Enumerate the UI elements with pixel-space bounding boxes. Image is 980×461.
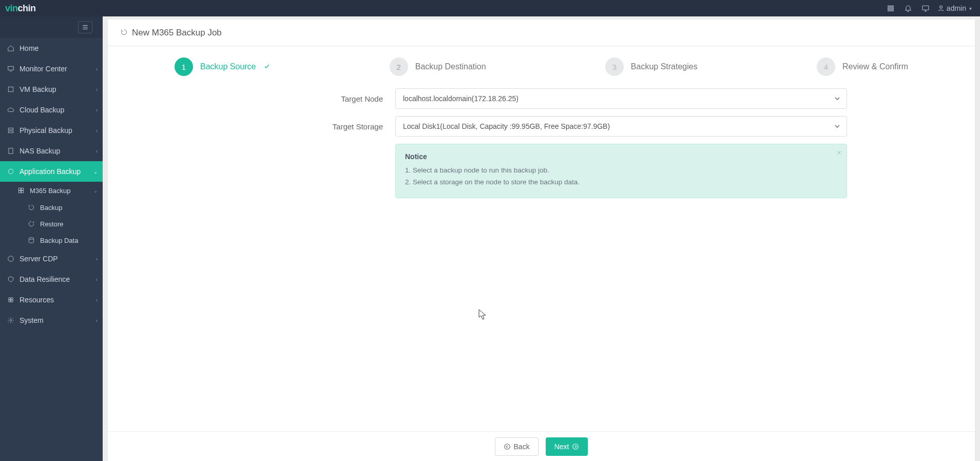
step-number: 2 [390,57,408,76]
sidebar-item-label: VM Backup [20,85,96,93]
resources-icon [5,296,16,303]
next-label: Next [554,443,569,451]
topbar: vinchin admin ▾ [0,0,980,16]
svg-rect-19 [9,300,11,302]
chevron-left-icon: ‹ [96,66,98,72]
wizard-footer: Back Next [108,431,975,461]
svg-rect-12 [22,188,24,190]
svg-point-21 [10,319,12,321]
svg-rect-20 [11,300,13,302]
cdp-icon [5,255,16,262]
sidebar-item-nas-backup[interactable]: NAS Backup ‹ [0,141,103,161]
top-user-menu[interactable]: admin ▾ [934,4,975,12]
chevron-left-icon: ‹ [96,148,98,154]
sidebar-item-label: Application Backup [20,167,93,176]
row-target-storage: Target Storage Local Disk1(Local Disk, C… [108,116,975,137]
label-target-node: Target Node [108,94,395,103]
sidebar-item-vm-backup[interactable]: VM Backup ‹ [0,79,103,100]
sidebar-item-data-resilience[interactable]: Data Resilience ‹ [0,269,103,290]
sidebar-item-monitor-center[interactable]: Monitor Center ‹ [0,59,103,79]
notice-line-1: 1. Select a backup node to run this back… [405,165,837,177]
m365-icon [15,187,27,194]
sidebar: Home Monitor Center ‹ VM Backup ‹ Cloud … [0,16,103,461]
sidebar-item-server-cdp[interactable]: Server CDP ‹ [0,248,103,269]
sidebar-item-system[interactable]: System ‹ [0,310,103,331]
sidebar-item-label: Backup [40,204,98,212]
svg-rect-2 [888,10,894,11]
form-area: Target Node localhost.localdomain(172.18… [108,85,975,198]
brand-logo: vinchin [5,3,36,14]
step-label: Backup Strategies [631,62,698,71]
select-target-node[interactable]: localhost.localdomain(172.18.26.25) [395,88,847,109]
step-label: Backup Source [200,62,256,71]
check-icon [263,63,271,71]
notice-title: Notice [405,152,837,161]
sidebar-item-physical-backup[interactable]: Physical Backup ‹ [0,120,103,141]
refresh-icon [26,204,37,211]
notice-box: × Notice 1. Select a backup node to run … [395,144,847,198]
server-icon [5,127,16,134]
step-number: 1 [175,57,193,76]
nas-icon [5,147,16,155]
step-backup-strategies[interactable]: 3 Backup Strategies [605,57,698,76]
sidebar-item-home[interactable]: Home [0,38,103,59]
chevron-left-icon: ‹ [96,318,98,323]
svg-rect-1 [888,8,894,9]
sidebar-item-m365-backup[interactable]: M365 Backup ⌄ [0,182,103,199]
arrow-left-icon [504,443,511,450]
sidebar-item-label: Resources [20,296,96,304]
svg-rect-18 [11,298,13,300]
vm-icon [5,86,16,93]
notice-line-2: 2. Select a storage on the node to store… [405,177,837,188]
svg-rect-6 [8,87,13,91]
step-label: Backup Destination [415,62,486,71]
step-backup-source[interactable]: 1 Backup Source [175,57,271,76]
sidebar-item-label: Backup Data [40,237,98,244]
top-username: admin [947,4,966,12]
step-number: 3 [605,57,624,76]
sidebar-item-label: Physical Backup [20,126,96,135]
sidebar-item-label: Server CDP [20,255,96,263]
sidebar-item-backup-data[interactable]: Backup Data [0,232,103,248]
back-button[interactable]: Back [495,437,539,456]
screen-icon[interactable] [917,0,934,16]
home-icon [5,45,16,52]
sidebar-toggle[interactable] [78,21,92,33]
sidebar-item-resources[interactable]: Resources ‹ [0,290,103,310]
bell-icon[interactable] [899,0,917,16]
resilience-icon [5,276,16,283]
label-target-storage: Target Storage [108,122,395,131]
svg-rect-13 [18,191,21,193]
svg-rect-11 [18,188,21,190]
step-backup-destination[interactable]: 2 Backup Destination [390,57,486,76]
next-button[interactable]: Next [546,437,588,456]
select-target-storage[interactable]: Local Disk1(Local Disk, Capacity :99.95G… [395,116,847,137]
svg-rect-3 [923,6,929,10]
sidebar-item-cloud-backup[interactable]: Cloud Backup ‹ [0,100,103,120]
app-icon [5,168,16,175]
chevron-left-icon: ‹ [96,297,98,303]
tasks-icon[interactable] [882,0,899,16]
step-number: 4 [817,57,835,76]
step-review-confirm[interactable]: 4 Review & Confirm [817,57,908,76]
sidebar-item-label: Cloud Backup [20,106,96,114]
database-icon [26,237,37,244]
svg-rect-0 [888,6,894,7]
main-area: New M365 Backup Job 1 Backup Source 2 Ba… [103,16,980,461]
step-label: Review & Confirm [842,62,908,71]
svg-rect-17 [9,298,11,300]
svg-rect-7 [8,128,13,130]
sidebar-item-label: Restore [40,220,98,228]
svg-point-4 [940,6,943,8]
chevron-down-icon: ⌄ [93,169,98,175]
sidebar-item-backup[interactable]: Backup [0,199,103,216]
sidebar-item-label: NAS Backup [20,147,96,155]
step-indicator: 1 Backup Source 2 Backup Destination 3 B… [108,46,975,85]
gear-icon [5,317,16,324]
sidebar-item-application-backup[interactable]: Application Backup ⌄ [0,161,103,182]
brand-part2: chin [18,3,36,14]
close-icon[interactable]: × [837,148,841,158]
cloud-icon [5,106,16,113]
sidebar-item-restore[interactable]: Restore [0,216,103,232]
chevron-left-icon: ‹ [96,87,98,92]
